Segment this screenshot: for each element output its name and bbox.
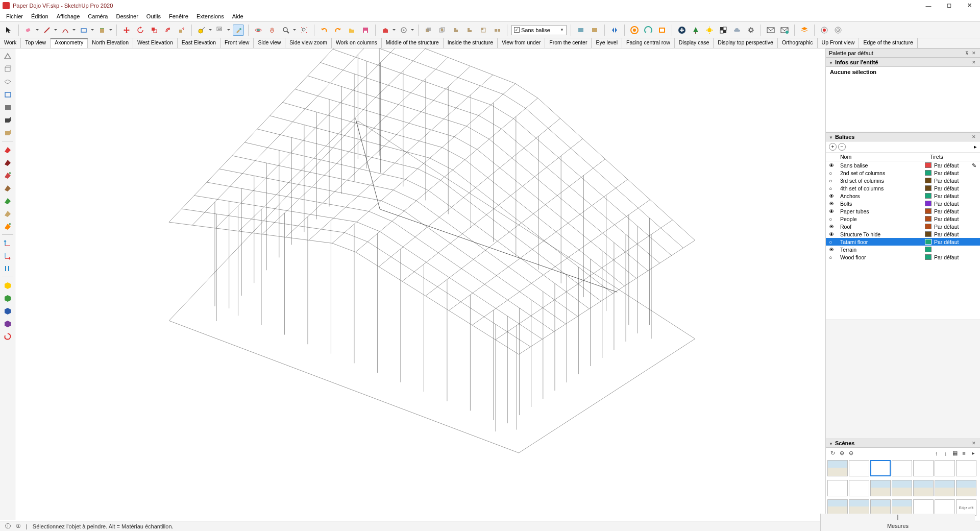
eye-off-icon[interactable]: ○ bbox=[829, 216, 840, 222]
scene-thumbnail[interactable] bbox=[956, 480, 976, 496]
axis-y-button[interactable] bbox=[2, 237, 13, 249]
scene-tab[interactable]: Middle of the structure bbox=[382, 38, 444, 48]
tag-color-swatch[interactable] bbox=[925, 162, 932, 168]
vray-render-button[interactable] bbox=[629, 25, 640, 36]
axis-x-button[interactable] bbox=[2, 250, 13, 261]
remove-tag-button[interactable]: − bbox=[838, 143, 846, 151]
tree-button[interactable] bbox=[690, 25, 701, 36]
face-r-button[interactable]: R bbox=[2, 170, 13, 181]
tag-dash[interactable]: Par défaut bbox=[934, 224, 971, 230]
gear-button[interactable] bbox=[745, 25, 756, 36]
menu-aide[interactable]: Aide bbox=[228, 12, 248, 20]
tag-dash[interactable]: Par défaut bbox=[934, 216, 971, 222]
tag-color-swatch[interactable] bbox=[925, 208, 932, 214]
solid-union-button[interactable] bbox=[450, 25, 461, 36]
solid-intersect-button[interactable] bbox=[436, 25, 448, 36]
style-button-1[interactable] bbox=[575, 25, 586, 36]
window-maximize-button[interactable]: ◻ bbox=[939, 0, 959, 11]
component-green-button[interactable] bbox=[2, 293, 13, 304]
rotate-tool-button[interactable] bbox=[135, 25, 146, 36]
eye-off-icon[interactable]: ○ bbox=[829, 178, 840, 184]
tag-dash[interactable]: Par défaut bbox=[934, 201, 971, 207]
tag-color-swatch[interactable] bbox=[925, 239, 932, 245]
scene-tab[interactable]: Front view bbox=[220, 38, 254, 48]
eye-icon[interactable]: 👁 bbox=[829, 224, 840, 230]
scene-thumbnail[interactable] bbox=[913, 460, 934, 476]
menu-affichage[interactable]: Affichage bbox=[53, 12, 84, 20]
tag-color-swatch[interactable] bbox=[925, 254, 932, 260]
face-green-button[interactable] bbox=[2, 195, 13, 206]
scene-tab[interactable]: West Elevation bbox=[133, 38, 178, 48]
scene-tab[interactable]: Work on columns bbox=[332, 38, 382, 48]
arc-tool-button[interactable] bbox=[60, 25, 71, 36]
eye-icon[interactable]: 👁 bbox=[829, 231, 840, 237]
eye-icon[interactable]: 👁 bbox=[829, 208, 840, 214]
tag-color-swatch[interactable] bbox=[925, 185, 932, 191]
menu-outils[interactable]: Outils bbox=[142, 12, 165, 20]
window-close-button[interactable]: ✕ bbox=[959, 0, 979, 11]
tags-header[interactable]: Balises ✕ bbox=[826, 132, 980, 141]
scene-tab[interactable]: Edge of the structure bbox=[859, 38, 917, 48]
large-tool-4[interactable] bbox=[2, 89, 13, 100]
tag-row[interactable]: ○PeoplePar défaut bbox=[826, 215, 980, 223]
scene-up-button[interactable]: ↑ bbox=[933, 449, 940, 457]
scene-tab[interactable]: East Elevation bbox=[178, 38, 220, 48]
face-tan-button[interactable] bbox=[2, 208, 13, 219]
tag-row[interactable]: 👁AnchorsPar défaut bbox=[826, 192, 980, 200]
scene-tab[interactable]: North Elevation bbox=[88, 38, 133, 48]
scene-tab[interactable]: Work bbox=[0, 38, 21, 48]
menu-fichier[interactable]: Fichier bbox=[2, 12, 27, 20]
tray-header[interactable]: Palette par défaut ⊼✕ bbox=[826, 49, 980, 58]
tag-dash[interactable]: Par défaut bbox=[934, 170, 971, 176]
light-button[interactable] bbox=[704, 25, 715, 36]
tape-tool-button[interactable] bbox=[196, 25, 207, 36]
active-tag-dropdown[interactable]: ✓ Sans balise ▼ bbox=[511, 25, 567, 35]
face-orange-button[interactable]: F bbox=[2, 221, 13, 232]
mail-button[interactable] bbox=[765, 25, 776, 36]
tag-color-swatch[interactable] bbox=[925, 178, 932, 183]
tag-dash[interactable]: Par défaut bbox=[934, 239, 971, 245]
large-tool-7[interactable] bbox=[2, 127, 13, 138]
scene-thumbnail[interactable] bbox=[956, 460, 976, 476]
record-button[interactable] bbox=[819, 25, 830, 36]
open-button[interactable] bbox=[346, 25, 357, 36]
scene-thumbnail[interactable] bbox=[849, 460, 869, 476]
tag-color-swatch[interactable] bbox=[925, 193, 932, 199]
menu-dessiner[interactable]: Dessiner bbox=[112, 12, 142, 20]
solid-outer-shell-button[interactable] bbox=[423, 25, 434, 36]
cloud-button[interactable] bbox=[731, 25, 743, 36]
eye-off-icon[interactable]: ○ bbox=[829, 185, 840, 191]
tag-dash[interactable]: Par défaut bbox=[934, 254, 971, 260]
scene-tab[interactable]: Orthographic bbox=[778, 38, 818, 48]
add-tag-button[interactable]: + bbox=[829, 143, 837, 151]
flip-button[interactable] bbox=[609, 25, 620, 36]
component-spiral-button[interactable] bbox=[2, 331, 13, 342]
large-tool-3[interactable] bbox=[2, 76, 13, 87]
followme-tool-button[interactable] bbox=[176, 25, 187, 36]
large-tool-5[interactable] bbox=[2, 102, 13, 113]
scene-down-button[interactable]: ↓ bbox=[942, 449, 949, 457]
vray-rt-button[interactable] bbox=[643, 25, 654, 36]
pan-tool-button[interactable] bbox=[266, 25, 278, 36]
scene-remove-button[interactable]: ⊖ bbox=[847, 449, 855, 457]
tag-dash[interactable]: Par défaut bbox=[934, 208, 971, 214]
tag-row[interactable]: 👁RoofPar défaut bbox=[826, 223, 980, 230]
tag-row[interactable]: 👁BoltsPar défaut bbox=[826, 200, 980, 207]
offset-tool-button[interactable] bbox=[162, 25, 174, 36]
scene-tab[interactable]: Up Front view bbox=[818, 38, 860, 48]
menu-édition[interactable]: Édition bbox=[27, 12, 53, 20]
layers-button[interactable] bbox=[799, 25, 810, 36]
scene-refresh-button[interactable]: ↻ bbox=[829, 449, 837, 457]
zoom-extents-button[interactable] bbox=[299, 25, 310, 36]
solid-split-button[interactable] bbox=[492, 25, 503, 36]
window-minimize-button[interactable]: — bbox=[918, 0, 939, 11]
scene-menu-button[interactable]: ▸ bbox=[969, 449, 977, 457]
component-yellow-button[interactable] bbox=[2, 280, 13, 291]
scene-tab[interactable]: Eye level bbox=[592, 38, 622, 48]
select-tool-button[interactable] bbox=[3, 25, 14, 36]
solid-trim-button[interactable] bbox=[478, 25, 489, 36]
tag-color-swatch[interactable] bbox=[925, 201, 932, 206]
tag-row[interactable]: 👁Structure To hidePar défaut bbox=[826, 230, 980, 238]
scene-thumbnail[interactable] bbox=[935, 460, 955, 476]
col-name[interactable]: Nom bbox=[840, 154, 930, 160]
